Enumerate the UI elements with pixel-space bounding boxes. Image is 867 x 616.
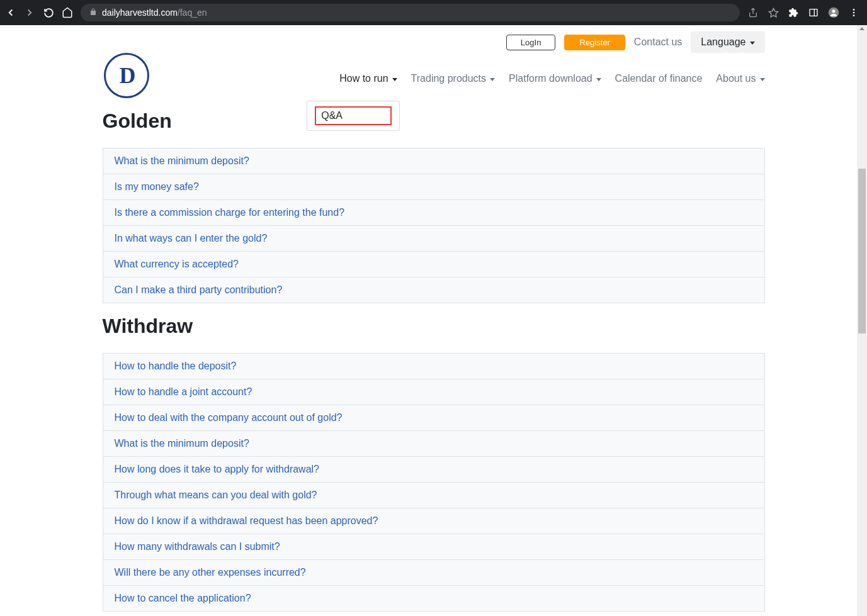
faq-item[interactable]: What is the minimum deposit? [103, 431, 765, 457]
home-icon[interactable] [62, 7, 73, 18]
chevron-down-icon [750, 42, 755, 45]
nav-how-to-run[interactable]: How to run Q&A [339, 73, 397, 84]
nav-label: Calendar of finance [615, 73, 703, 84]
faq-item[interactable]: How to handle a joint account? [103, 379, 765, 405]
share-icon[interactable] [747, 7, 759, 18]
nav-platform-download[interactable]: Platform download [509, 73, 601, 84]
faq-item[interactable]: In what ways can I enter the gold? [103, 226, 765, 252]
forward-icon[interactable] [24, 7, 35, 18]
svg-point-7 [853, 12, 855, 14]
svg-point-6 [853, 9, 855, 11]
top-bar: LogIn Register Contact us Language [103, 25, 765, 59]
reload-icon[interactable] [43, 7, 54, 18]
faq-item[interactable]: How to deal with the company account out… [103, 405, 765, 431]
login-button[interactable]: LogIn [506, 35, 556, 50]
register-button[interactable]: Register [564, 35, 625, 50]
url-text: dailyharvestltd.com/faq_en [102, 8, 207, 18]
header-row: D How to run Q&A Trading products Platfo… [103, 59, 765, 98]
scroll-up-icon[interactable] [859, 27, 864, 30]
svg-rect-2 [810, 9, 817, 16]
nav-calendar[interactable]: Calendar of finance [615, 73, 703, 84]
scrollbar-thumb[interactable] [858, 169, 866, 333]
faq-list-golden: What is the minimum deposit? Is my money… [103, 148, 765, 303]
menu-icon[interactable] [848, 7, 859, 18]
nav-controls [5, 7, 73, 18]
page-container: LogIn Register Contact us Language D How… [0, 25, 867, 616]
faq-item[interactable]: How do I know if a withdrawal request ha… [103, 508, 765, 534]
main-nav: How to run Q&A Trading products Platform… [339, 73, 764, 84]
dropdown-menu: Q&A [307, 101, 400, 131]
faq-item[interactable]: Through what means can you deal with gol… [103, 483, 765, 508]
language-label: Language [701, 36, 745, 48]
faq-item[interactable]: How to handle the deposit? [103, 354, 765, 379]
svg-marker-1 [769, 8, 778, 16]
section-title-withdraw: Withdraw [103, 315, 765, 338]
faq-item[interactable]: What is the minimum deposit? [103, 148, 765, 174]
bookmark-icon[interactable] [768, 7, 779, 18]
chevron-down-icon [490, 78, 495, 81]
nav-label: Platform download [509, 73, 592, 84]
nav-label: About us [716, 73, 756, 84]
browser-chrome: dailyharvestltd.com/faq_en [0, 0, 867, 25]
scrollbar-track[interactable] [857, 25, 867, 616]
nav-label: Trading products [411, 73, 486, 84]
contact-link[interactable]: Contact us [634, 36, 682, 48]
faq-item[interactable]: Is there a commission charge for enterin… [103, 200, 765, 226]
faq-list-withdraw: How to handle the deposit? How to handle… [103, 353, 765, 612]
section-title-golden: Golden [103, 109, 765, 133]
chevron-down-icon [596, 78, 601, 81]
faq-item[interactable]: Can I make a third party contribution? [103, 277, 765, 303]
profile-icon[interactable] [828, 7, 839, 18]
svg-point-8 [853, 14, 855, 16]
back-icon[interactable] [5, 7, 16, 18]
faq-item[interactable]: Is my money safe? [103, 174, 765, 200]
logo-text: D [120, 62, 133, 89]
nav-label: How to run [339, 73, 388, 84]
chevron-down-icon [392, 78, 397, 81]
lock-icon [89, 8, 97, 18]
svg-point-5 [832, 9, 835, 13]
faq-item[interactable]: Will there be any other expenses incurre… [103, 560, 765, 586]
nav-trading-products[interactable]: Trading products [411, 73, 495, 84]
panel-icon[interactable] [808, 7, 819, 18]
faq-item[interactable]: How many withdrawals can I submit? [103, 534, 765, 560]
dropdown-item-qa[interactable]: Q&A [315, 106, 392, 125]
logo[interactable]: D [104, 53, 149, 98]
extensions-icon[interactable] [788, 7, 799, 18]
chrome-right-controls [747, 7, 862, 18]
language-button[interactable]: Language [691, 31, 764, 53]
content-wrapper: LogIn Register Contact us Language D How… [103, 25, 765, 616]
faq-item[interactable]: How to cancel the application? [103, 586, 765, 612]
nav-about-us[interactable]: About us [716, 73, 764, 84]
chevron-down-icon [760, 78, 765, 81]
faq-item[interactable]: What currency is accepted? [103, 252, 765, 277]
address-bar[interactable]: dailyharvestltd.com/faq_en [81, 4, 740, 21]
faq-item[interactable]: How long does it take to apply for withd… [103, 457, 765, 483]
